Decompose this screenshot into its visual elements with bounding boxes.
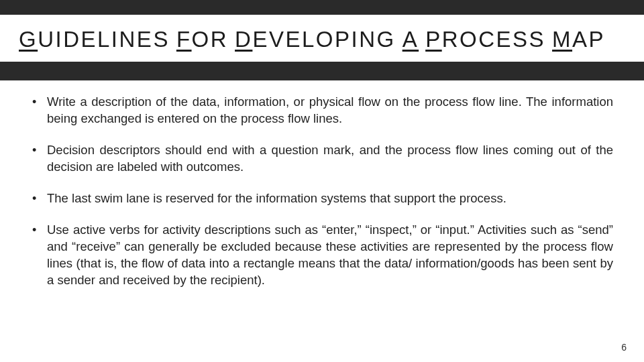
bullet-item: Write a description of the data, informa… — [31, 94, 613, 127]
bullet-item: The last swim lane is reserved for the i… — [31, 190, 613, 207]
slide-title: GUIDELINESFORDEVELOPINGAPROCESSMAP — [19, 27, 625, 52]
title-word: MAP — [552, 27, 605, 52]
title-word: GUIDELINES — [19, 27, 170, 52]
top-bar — [0, 0, 644, 15]
slide: GUIDELINESFORDEVELOPINGAPROCESSMAP Write… — [0, 0, 644, 362]
title-word: A — [402, 27, 419, 52]
title-underbar — [0, 62, 644, 80]
title-word: DEVELOPING — [235, 27, 396, 52]
title-word: PROCESS — [425, 27, 545, 52]
bullet-list: Write a description of the data, informa… — [31, 94, 613, 289]
page-number: 6 — [621, 342, 627, 353]
title-word: FOR — [176, 27, 228, 52]
bullet-item: Use active verbs for activity descriptio… — [31, 222, 613, 289]
bullet-item: Decision descriptors should end with a q… — [31, 142, 613, 176]
body: Write a description of the data, informa… — [0, 80, 644, 289]
title-block: GUIDELINESFORDEVELOPINGAPROCESSMAP — [0, 15, 644, 59]
